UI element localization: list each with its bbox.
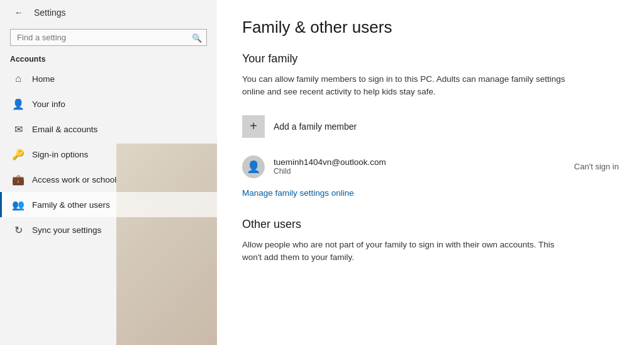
family-users-label: Family & other users (32, 200, 110, 210)
member-status: Can't sign in (574, 162, 619, 171)
sign-in-options-icon: 🔑 (12, 148, 25, 161)
sidebar-item-sign-in-options[interactable]: 🔑Sign-in options (0, 142, 217, 167)
other-users-section: Other users Allow people who are not par… (242, 218, 619, 264)
main-content: Family & other users Your family You can… (217, 0, 644, 345)
sidebar-item-family-users[interactable]: 👥Family & other users (0, 192, 217, 217)
add-family-member-button[interactable]: + Add a family member (242, 111, 619, 142)
home-icon: ⌂ (12, 72, 25, 85)
sidebar-item-sync-settings[interactable]: ↻Sync your settings (0, 217, 217, 242)
search-box: 🔍 (10, 29, 207, 46)
family-members-list: 👤tueminh1404vn@outlook.comChildCan't sig… (242, 152, 619, 182)
add-family-label: Add a family member (274, 122, 357, 132)
search-icon-button[interactable]: 🔍 (188, 31, 206, 44)
sidebar-title: Settings (34, 8, 66, 18)
sidebar-item-email-accounts[interactable]: ✉Email & accounts (0, 116, 217, 142)
member-info: tueminh1404vn@outlook.comChild (274, 157, 574, 176)
search-input[interactable] (10, 29, 207, 46)
family-users-icon: 👥 (12, 198, 25, 211)
access-work-label: Access work or school (32, 175, 116, 184)
accounts-section-label: Accounts (0, 51, 217, 66)
sign-in-options-label: Sign-in options (32, 150, 88, 159)
member-email: tueminh1404vn@outlook.com (274, 157, 574, 167)
other-users-heading: Other users (242, 218, 619, 231)
person-icon: 👤 (247, 160, 260, 174)
member-type: Child (274, 167, 574, 176)
sidebar-item-your-info[interactable]: 👤Your info (0, 91, 217, 116)
sync-settings-icon: ↻ (12, 223, 25, 236)
sidebar-item-home[interactable]: ⌂Home (0, 66, 217, 91)
sidebar-item-access-work[interactable]: 💼Access work or school (0, 167, 217, 192)
manage-family-link[interactable]: Manage family settings online (242, 188, 354, 198)
page-title: Family & other users (242, 18, 619, 37)
family-member-row: 👤tueminh1404vn@outlook.comChildCan't sig… (242, 152, 619, 182)
your-family-heading: Your family (242, 52, 619, 65)
nav-list: ⌂Home👤Your info✉Email & accounts🔑Sign-in… (0, 66, 217, 242)
email-accounts-label: Email & accounts (32, 125, 97, 134)
back-button[interactable]: ← (10, 4, 28, 21)
sidebar: ← Settings 🔍 Accounts ⌂Home👤Your info✉Em… (0, 0, 217, 345)
your-info-icon: 👤 (12, 98, 25, 110)
home-label: Home (32, 74, 55, 84)
sync-settings-label: Sync your settings (32, 225, 101, 235)
email-accounts-icon: ✉ (12, 123, 25, 135)
sidebar-header: ← Settings (0, 0, 217, 25)
access-work-icon: 💼 (12, 173, 25, 186)
plus-icon: + (242, 115, 265, 138)
other-users-description: Allow people who are not part of your fa… (242, 239, 569, 264)
your-family-description: You can allow family members to sign in … (242, 73, 569, 99)
your-info-label: Your info (32, 99, 65, 109)
avatar: 👤 (242, 156, 265, 178)
